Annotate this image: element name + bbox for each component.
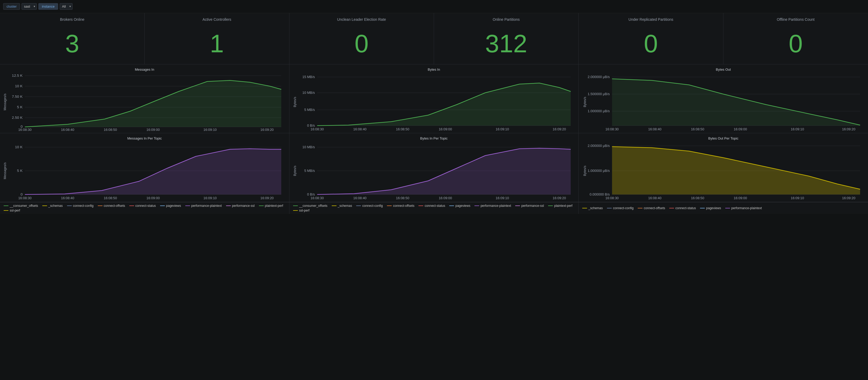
svg-text:1.500000 μB/s: 1.500000 μB/s bbox=[588, 92, 610, 96]
chart-title-bytes-out-per-topic: Bytes Out Per Topic bbox=[581, 136, 866, 140]
chart-svg-bytes-per-topic: 10 MB/s 5 MB/s 0 B/s Bytes/s 16:08:30 16… bbox=[291, 142, 577, 200]
legend3-pageviews: pageviews bbox=[700, 204, 721, 212]
legend2-pageviews: pageviews bbox=[449, 204, 470, 208]
svg-text:16:08:40: 16:08:40 bbox=[61, 128, 74, 131]
legend3-connect-offsets: connect-offsets bbox=[638, 204, 665, 212]
svg-text:16:09:00: 16:09:00 bbox=[439, 196, 452, 200]
legend-col-1: __consumer_offsets _schemas connect-conf… bbox=[0, 202, 289, 214]
svg-text:5 K: 5 K bbox=[17, 105, 23, 109]
chart-bytes-out: Bytes Out 2.000000 μB/s 1.500000 μB/s 1.… bbox=[579, 64, 868, 133]
svg-text:16:08:50: 16:08:50 bbox=[691, 196, 705, 200]
cluster-button[interactable]: cluster bbox=[3, 3, 20, 10]
legend-dot-consumer bbox=[4, 205, 8, 206]
stat-value-unclean: 0 bbox=[295, 26, 429, 59]
chart-area-bytes-out: 2.000000 μB/s 1.500000 μB/s 1.000000 μB/… bbox=[581, 73, 866, 131]
svg-text:16:09:20: 16:09:20 bbox=[260, 128, 274, 131]
svg-text:16:09:10: 16:09:10 bbox=[204, 128, 217, 131]
legend3-connect-status: connect-status bbox=[669, 204, 696, 212]
svg-text:16:09:00: 16:09:00 bbox=[734, 127, 747, 131]
svg-text:5 MB/s: 5 MB/s bbox=[304, 108, 315, 112]
chart-area-messages-in: 12.5 K 10 K 7.50 K 5 K 2.50 K 0 Messages… bbox=[2, 73, 287, 131]
legend-label-connect-config: connect-config bbox=[73, 204, 94, 208]
stat-online-partitions: Online Partitions 312 bbox=[434, 13, 579, 64]
svg-text:16:08:40: 16:08:40 bbox=[353, 127, 367, 131]
legend-col-3: _schemas connect-config connect-offsets … bbox=[579, 202, 868, 214]
chart-svg-messages-in: 12.5 K 10 K 7.50 K 5 K 2.50 K 0 Messages… bbox=[2, 73, 287, 131]
stat-value-under: 0 bbox=[584, 26, 718, 59]
chart-bytes-in: Bytes In 15 MB/s 10 MB/s 5 MB/s 0 B/s By… bbox=[289, 64, 579, 133]
all-select[interactable]: All bbox=[60, 3, 72, 10]
legend-perf-plaintext: performance-plaintext bbox=[185, 204, 222, 208]
stat-value-brokers: 3 bbox=[5, 26, 139, 59]
svg-text:Messages/s: Messages/s bbox=[3, 94, 7, 110]
svg-text:16:09:00: 16:09:00 bbox=[147, 196, 160, 200]
chart-area-bytes-in: 15 MB/s 10 MB/s 5 MB/s 0 B/s Bytes/s 16:… bbox=[291, 73, 577, 131]
legend-label-connect-status: connect-status bbox=[135, 204, 156, 208]
stat-title-active: Active Controllers bbox=[150, 17, 284, 22]
instance-button[interactable]: instance bbox=[38, 3, 58, 10]
chart-title-messages-in: Messages In bbox=[2, 67, 287, 71]
svg-text:16:08:50: 16:08:50 bbox=[396, 196, 409, 200]
chart-svg-bytes-out: 2.000000 μB/s 1.500000 μB/s 1.000000 μB/… bbox=[581, 73, 866, 131]
stat-brokers-online: Brokers Online 3 bbox=[0, 13, 145, 64]
svg-text:10 K: 10 K bbox=[15, 145, 23, 149]
chart-area-bytes-per-topic: 10 MB/s 5 MB/s 0 B/s Bytes/s 16:08:30 16… bbox=[291, 142, 577, 200]
legend2-connect-config: connect-config bbox=[356, 204, 383, 208]
svg-text:16:08:30: 16:08:30 bbox=[310, 127, 324, 131]
svg-text:16:09:10: 16:09:10 bbox=[204, 196, 217, 200]
svg-text:1.000000 μB/s: 1.000000 μB/s bbox=[588, 169, 610, 172]
svg-text:16:08:50: 16:08:50 bbox=[396, 127, 409, 131]
svg-text:16:09:10: 16:09:10 bbox=[496, 196, 509, 200]
legend-section: __consumer_offsets _schemas connect-conf… bbox=[0, 202, 868, 214]
stat-cards: Brokers Online 3 Active Controllers 1 Un… bbox=[0, 13, 868, 64]
stat-offline-count: Offline Partitions Count 0 bbox=[723, 13, 868, 64]
svg-text:16:08:30: 16:08:30 bbox=[18, 196, 32, 200]
charts-row-2: Messages In Per Topic 10 K 5 K 0 Message… bbox=[0, 133, 868, 202]
svg-text:2.50 K: 2.50 K bbox=[12, 116, 23, 119]
svg-text:16:08:30: 16:08:30 bbox=[18, 128, 32, 131]
legend-dot-plaintext-perf bbox=[259, 205, 264, 206]
stat-under-replicated: Under Replicated Partitions 0 bbox=[579, 13, 723, 64]
charts-row-1: Messages In 12.5 K 10 K 7.50 K 5 K 2.50 … bbox=[0, 64, 868, 133]
svg-text:16:08:50: 16:08:50 bbox=[103, 196, 117, 200]
svg-text:16:08:30: 16:08:30 bbox=[606, 196, 619, 200]
svg-text:16:08:40: 16:08:40 bbox=[648, 196, 662, 200]
stat-title-under: Under Replicated Partitions bbox=[584, 17, 718, 22]
svg-text:16:09:10: 16:09:10 bbox=[791, 196, 804, 200]
svg-text:0.000000 B/s: 0.000000 B/s bbox=[590, 193, 610, 196]
chart-title-bytes-in: Bytes In bbox=[291, 67, 577, 71]
chart-bytes-in-per-topic: Bytes In Per Topic 10 MB/s 5 MB/s 0 B/s … bbox=[289, 133, 579, 202]
sasl-select[interactable]: sasl bbox=[22, 3, 37, 10]
svg-text:Bytes/s: Bytes/s bbox=[293, 97, 297, 107]
top-nav: cluster sasl instance All bbox=[0, 0, 868, 13]
legend-connect-config: connect-config bbox=[67, 204, 94, 208]
svg-text:16:08:50: 16:08:50 bbox=[691, 127, 705, 131]
svg-text:16:09:00: 16:09:00 bbox=[147, 128, 160, 131]
svg-text:16:08:50: 16:08:50 bbox=[103, 128, 117, 131]
legend3-perf-plaintext: performance-plaintext bbox=[725, 204, 762, 212]
legend2-consumer-offsets: __consumer_offsets bbox=[293, 204, 328, 208]
stat-unclean-election: Unclean Leader Election Rate 0 bbox=[289, 13, 434, 64]
svg-text:0 B/s: 0 B/s bbox=[307, 124, 315, 127]
legend-dot-schemas bbox=[42, 205, 47, 206]
svg-marker-13 bbox=[25, 81, 281, 127]
chart-svg-bytes-out-per-topic: 2.000000 μB/s 1.000000 μB/s 0.000000 B/s… bbox=[581, 142, 866, 200]
svg-text:5 MB/s: 5 MB/s bbox=[304, 169, 315, 172]
svg-text:2.000000 μB/s: 2.000000 μB/s bbox=[588, 75, 610, 78]
svg-text:5 K: 5 K bbox=[17, 169, 23, 172]
legend-dot-ssl-perf bbox=[4, 210, 8, 211]
legend-label-consumer: __consumer_offsets bbox=[10, 204, 38, 208]
sasl-select-wrap: sasl bbox=[22, 3, 37, 10]
legend-pageviews: pageviews bbox=[160, 204, 181, 208]
legend-label-connect-offsets: connect-offsets bbox=[104, 204, 125, 208]
legend-col-2: __consumer_offsets _schemas connect-conf… bbox=[289, 202, 579, 214]
svg-marker-72 bbox=[317, 148, 570, 194]
stat-active-controllers: Active Controllers 1 bbox=[145, 13, 289, 64]
chart-messages-in-per-topic: Messages In Per Topic 10 K 5 K 0 Message… bbox=[0, 133, 289, 202]
svg-text:16:09:10: 16:09:10 bbox=[791, 127, 804, 131]
stat-title-unclean: Unclean Leader Election Rate bbox=[295, 17, 429, 22]
svg-text:16:08:40: 16:08:40 bbox=[648, 127, 662, 131]
svg-marker-86 bbox=[612, 147, 860, 194]
svg-text:Bytes/s: Bytes/s bbox=[583, 165, 587, 176]
legend2-ssl-perf: ssl-perf bbox=[293, 209, 309, 212]
